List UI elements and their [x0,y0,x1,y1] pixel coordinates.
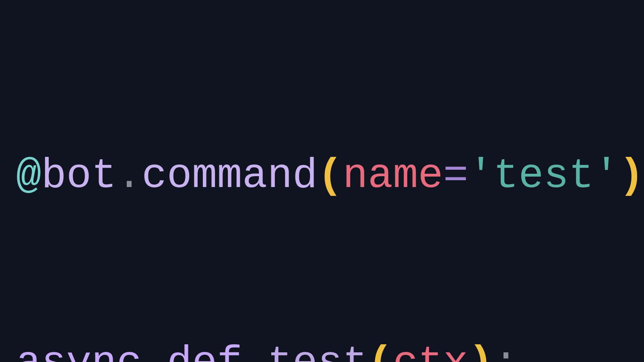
string-quote: ' [468,152,493,200]
open-paren: ( [368,339,393,362]
decorator-at: @ [16,152,41,200]
async-keyword: async [16,339,142,362]
assign-operator: = [443,152,468,200]
def-keyword: def [167,339,242,362]
code-editor-viewport[interactable]: @bot.command(name='test') async def test… [16,12,644,362]
kwarg-name: name [343,152,443,200]
param-ctx: ctx [393,339,468,362]
string-literal: test [493,152,594,200]
string-quote: ' [594,152,619,200]
close-paren: ) [468,339,493,362]
decorator-method: command [142,152,318,200]
code-line-2[interactable]: async def test(ctx): [16,340,644,362]
open-paren: ( [318,152,343,200]
code-line-1[interactable]: @bot.command(name='test') [16,152,644,199]
function-name: test [267,339,368,362]
colon: : [493,339,518,362]
dot-operator: . [117,152,142,200]
decorator-object: bot [41,152,116,200]
close-paren: ) [619,152,644,200]
